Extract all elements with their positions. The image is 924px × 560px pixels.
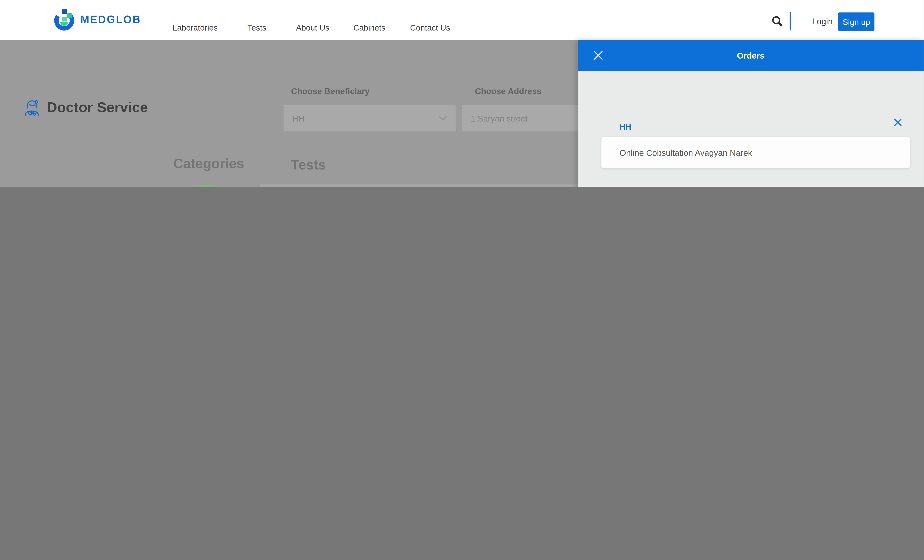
nav-about-us[interactable]: About Us [296, 23, 329, 32]
beneficiary-value: HH [292, 114, 304, 123]
site-header: MEDGLOB Laboratories Tests About Us Cabi… [0, 0, 924, 40]
brand-name: MEDGLOB [80, 14, 141, 26]
nav-tests[interactable]: Tests [248, 23, 266, 32]
nav-laboratories[interactable]: Laboratories [173, 23, 218, 32]
category-item-blood[interactable] [174, 185, 240, 187]
nav-contact-us[interactable]: Contact Us [410, 23, 450, 32]
doctor-icon [24, 100, 40, 117]
tests-list-panel: RTIC asadsa Արյունաբանական հետազոտությու… [260, 184, 586, 187]
doctor-beneficiary-label: HH [620, 122, 631, 132]
remove-doctor-service-icon[interactable] [893, 118, 902, 127]
orders-panel-header: Orders [578, 40, 924, 71]
choose-beneficiary-label: Choose Beneficiary [291, 87, 369, 96]
signup-button[interactable]: Sign up [838, 12, 874, 31]
doctor-service-section-header: Doctor Service [24, 100, 148, 117]
login-button[interactable]: Login [812, 17, 833, 26]
medglob-logo-icon [54, 9, 76, 31]
doctor-order-item: Online Cobsultation Avagyan Narek [620, 137, 752, 168]
address-value: 1 Saryan street [471, 114, 528, 123]
doctor-service-title: Doctor Service [47, 100, 148, 115]
doctor-order-card: Online Cobsultation Avagyan Narek [602, 137, 910, 168]
choose-address-label: Choose Address [475, 87, 542, 96]
nav-cabinets[interactable]: Cabinets [353, 23, 385, 32]
header-divider [790, 12, 791, 30]
categories-heading: Categories [173, 156, 244, 172]
medglob-logo[interactable]: MEDGLOB [54, 9, 141, 31]
search-icon[interactable] [772, 16, 783, 27]
tests-heading: Tests [291, 157, 326, 173]
chevron-down-icon [439, 116, 447, 121]
orders-panel-title: Orders [578, 40, 924, 71]
beneficiary-select[interactable]: HH [284, 105, 456, 132]
screen: Choose Beneficiary HH Choose Address 1 S… [0, 0, 924, 187]
